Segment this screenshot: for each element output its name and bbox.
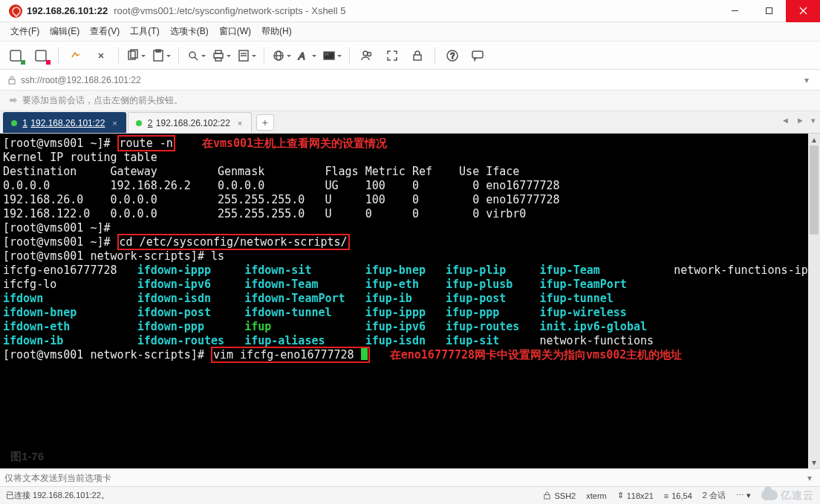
new-tab-button[interactable]: + (256, 114, 274, 131)
title-bar: 192.168.26.101:22 root@vms001:/etc/sysco… (0, 0, 820, 22)
session-tab-1[interactable]: 1 192.168.26.101:22 × (3, 112, 126, 133)
address-dropdown-icon[interactable]: ▾ (801, 75, 813, 85)
paste-icon[interactable] (150, 45, 172, 66)
status-size: ⇕ 118x21 (617, 491, 654, 500)
menu-tools[interactable]: 工具(T) (126, 23, 163, 40)
globe-icon[interactable] (270, 45, 293, 66)
status-dot-icon (136, 120, 142, 126)
ssh-lock-icon (7, 76, 16, 85)
svg-rect-13 (215, 50, 221, 53)
tab-nav-arrows[interactable]: ◄ ► ▾ (781, 116, 816, 125)
status-cursor: ≡ 16,54 (664, 491, 692, 500)
svg-text:?: ? (451, 52, 455, 60)
disconnect-icon[interactable] (90, 45, 112, 66)
open-session-icon[interactable] (30, 45, 52, 66)
status-sessions: 2 会话 (703, 490, 726, 501)
color-scheme-icon[interactable] (321, 45, 343, 66)
toolbar: A ? (0, 42, 820, 70)
users-icon[interactable] (356, 45, 378, 66)
svg-rect-29 (472, 51, 483, 58)
menu-edit[interactable]: 编辑(E) (45, 23, 84, 40)
session-tab-2[interactable]: 2 192.168.26.102:22 × (128, 112, 251, 133)
find-icon[interactable] (185, 45, 207, 66)
watermark: 亿速云 (761, 489, 814, 503)
menu-window[interactable]: 窗口(W) (215, 23, 256, 40)
svg-text:A: A (298, 50, 305, 62)
window-title-path: root@vms001:/etc/sysconfig/network-scrip… (114, 5, 345, 16)
properties-icon[interactable] (235, 45, 258, 66)
svg-rect-30 (9, 79, 15, 84)
window-buttons (718, 0, 820, 22)
send-target-dropdown-icon[interactable]: ▾ (804, 473, 816, 483)
status-protocol: SSH2 (543, 491, 576, 500)
tip-bar: 要添加当前会话，点击左侧的箭头按钮。 (0, 91, 820, 111)
send-text-input[interactable] (4, 473, 804, 483)
svg-line-11 (195, 57, 198, 60)
menu-tabs[interactable]: 选项卡(B) (166, 23, 213, 40)
maximize-button[interactable] (752, 0, 786, 22)
svg-rect-9 (156, 50, 160, 52)
fullscreen-icon[interactable] (381, 45, 403, 66)
lock-icon[interactable] (406, 45, 429, 66)
menu-view[interactable]: 查看(V) (85, 23, 124, 40)
minimize-button[interactable] (718, 0, 752, 22)
status-connection: 已连接 192.168.26.101:22。 (6, 490, 109, 501)
status-bar: 已连接 192.168.26.101:22。 SSH2 xterm ⇕ 118x… (0, 486, 820, 504)
address-input[interactable] (21, 75, 796, 85)
menu-bar: 文件(F) 编辑(E) 查看(V) 工具(T) 选项卡(B) 窗口(W) 帮助(… (0, 22, 820, 42)
arrow-add-icon[interactable] (7, 96, 18, 106)
menu-help[interactable]: 帮助(H) (257, 23, 296, 40)
session-tab-strip: 1 192.168.26.101:22 × 2 192.168.26.102:2… (0, 111, 820, 134)
send-text-bar: ▾ (0, 468, 820, 486)
window-title-host: 192.168.26.101:22 (27, 5, 108, 16)
svg-rect-14 (215, 58, 221, 61)
figure-label: 图1-76 (10, 450, 44, 464)
menu-file[interactable]: 文件(F) (6, 23, 44, 40)
font-icon[interactable]: A (296, 45, 318, 66)
reconnect-icon[interactable] (65, 45, 87, 66)
svg-rect-23 (325, 53, 328, 55)
tab-close-icon[interactable]: × (109, 118, 120, 128)
status-dot-icon (11, 120, 17, 126)
close-button[interactable] (786, 0, 820, 22)
svg-rect-26 (414, 55, 421, 60)
terminal-area[interactable]: [root@vms001 ~]# route -n 在vms001主机上查看网关… (0, 134, 820, 468)
svg-rect-31 (544, 495, 550, 500)
tab-close-icon[interactable]: × (235, 118, 245, 128)
status-termtype: xterm (586, 491, 607, 500)
svg-point-25 (368, 52, 371, 56)
svg-rect-5 (36, 50, 46, 61)
svg-rect-12 (214, 53, 223, 58)
vertical-scrollbar[interactable]: ▴ ▾ (808, 134, 820, 468)
new-session-icon[interactable] (4, 45, 27, 66)
app-icon (9, 4, 22, 18)
svg-rect-4 (10, 50, 21, 61)
chat-icon[interactable] (466, 45, 489, 66)
status-more-icon[interactable]: ⋯ ▾ (736, 491, 751, 500)
copy-icon[interactable] (125, 45, 147, 66)
address-bar: ▾ (0, 70, 820, 91)
session-tab-label: 192.168.26.101:22 (30, 118, 105, 128)
print-icon[interactable] (210, 45, 232, 66)
svg-rect-1 (766, 8, 772, 14)
tip-text: 要添加当前会话，点击左侧的箭头按钮。 (22, 94, 183, 107)
lock-icon (543, 491, 551, 500)
help-icon[interactable]: ? (441, 45, 463, 66)
session-tab-label: 192.168.26.102:22 (156, 118, 230, 128)
svg-point-10 (189, 52, 195, 58)
